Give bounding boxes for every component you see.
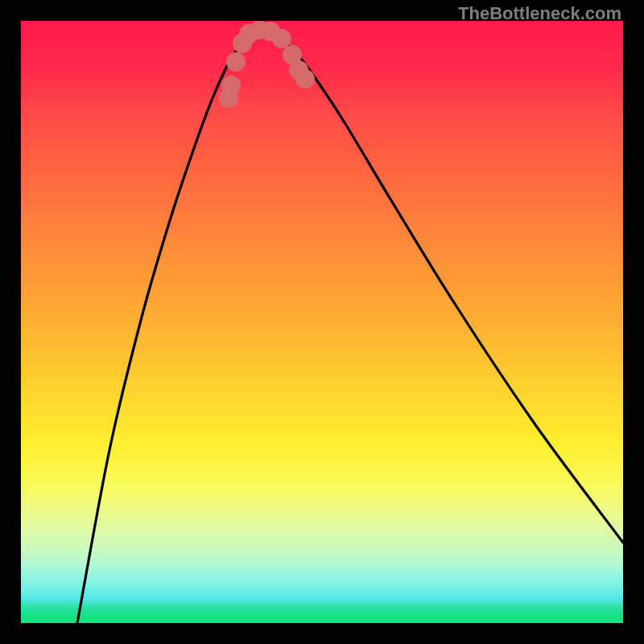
highlight-dot bbox=[226, 52, 246, 72]
chart-frame bbox=[21, 21, 623, 623]
watermark-text: TheBottleneck.com bbox=[458, 3, 621, 24]
highlight-dot bbox=[272, 29, 291, 48]
highlight-dots-group bbox=[219, 21, 315, 108]
bottleneck-curve bbox=[77, 30, 623, 623]
highlight-dot bbox=[295, 69, 315, 89]
chart-svg bbox=[21, 21, 623, 623]
highlight-dot bbox=[221, 76, 241, 95]
